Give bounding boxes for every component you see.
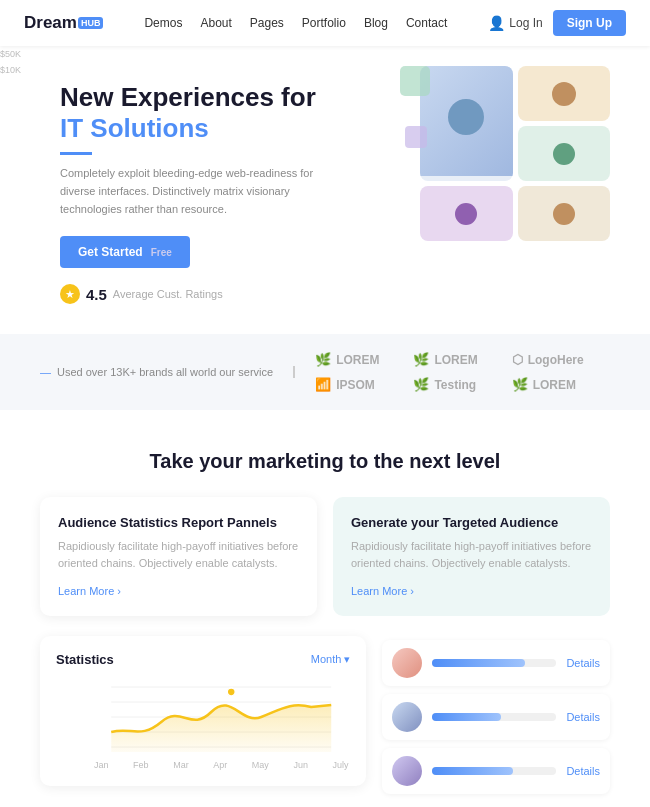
bar-fill-2 bbox=[432, 767, 513, 775]
navbar: DreamHUB Demos About Pages Portfolio Blo… bbox=[0, 0, 650, 46]
hero-description: Completely exploit bleeding-edge web-rea… bbox=[60, 165, 320, 218]
detail-link-0[interactable]: Details bbox=[566, 657, 600, 669]
brand-name-2: LogoHere bbox=[528, 353, 584, 367]
stats-header: Statistics Month ▾ bbox=[56, 652, 350, 667]
marketing-cards: Audience Statistics Report Pannels Rapid… bbox=[40, 497, 610, 616]
stats-period[interactable]: Month ▾ bbox=[311, 653, 351, 666]
chart-area: Jan Feb Mar Apr May Jun July bbox=[92, 677, 350, 770]
star-icon: ★ bbox=[60, 284, 80, 304]
card2-body: Rapidiously facilitate high-payoff initi… bbox=[351, 538, 592, 571]
bar-wrap-0 bbox=[432, 659, 556, 667]
card2-link-text: Learn More bbox=[351, 585, 407, 597]
get-started-label: Get Started bbox=[78, 245, 143, 259]
stats-period-label: Month bbox=[311, 653, 342, 665]
free-label: Free bbox=[151, 247, 172, 258]
marketing-card-2: Generate your Targeted Audience Rapidiou… bbox=[333, 497, 610, 616]
card2-link[interactable]: Learn More › bbox=[351, 585, 414, 597]
x-label-5: Jun bbox=[293, 760, 308, 770]
bar-bg-2 bbox=[432, 767, 556, 775]
chart-container: $200K $150K $75K $50K $10K bbox=[56, 677, 350, 770]
x-label-2: Mar bbox=[173, 760, 189, 770]
brand-testing: 🌿 Testing bbox=[413, 377, 511, 392]
audience-row-0: Details bbox=[382, 640, 610, 686]
nav-demos[interactable]: Demos bbox=[144, 16, 182, 30]
login-label: Log In bbox=[509, 16, 542, 30]
hero-section: New Experiences for IT Solutions Complet… bbox=[0, 46, 650, 334]
brand-strip: Used over 13K+ brands all world our serv… bbox=[0, 334, 650, 410]
chart-x-labels: Jan Feb Mar Apr May Jun July bbox=[92, 760, 350, 770]
x-label-0: Jan bbox=[94, 760, 109, 770]
card1-link[interactable]: Learn More › bbox=[58, 585, 121, 597]
svg-point-5 bbox=[227, 688, 235, 696]
card2-heading: Generate your Targeted Audience bbox=[351, 515, 592, 530]
x-label-1: Feb bbox=[133, 760, 149, 770]
brand-lorem-1: 🌿 LOREM bbox=[315, 352, 413, 367]
logo-hub: HUB bbox=[78, 17, 104, 29]
get-started-button[interactable]: Get Started Free bbox=[60, 236, 190, 268]
hero-img-3 bbox=[518, 126, 611, 181]
card1-link-text: Learn More bbox=[58, 585, 114, 597]
stats-title: Statistics bbox=[56, 652, 114, 667]
detail-link-2[interactable]: Details bbox=[566, 765, 600, 777]
stats-card: Statistics Month ▾ $200K $150K $75K $50K… bbox=[40, 636, 366, 786]
hero-title-line1: New Experiences for bbox=[60, 82, 316, 112]
audience-cards: Details Details Details bbox=[382, 636, 610, 794]
hero-title-line2: IT Solutions bbox=[60, 113, 209, 143]
hero-title: New Experiences for IT Solutions bbox=[60, 82, 370, 144]
card1-body: Rapidiously facilitate high-payoff initi… bbox=[58, 538, 299, 571]
hero-images bbox=[420, 66, 620, 256]
bar-wrap-1 bbox=[432, 713, 556, 721]
brand-ipsom: 📶 IPSOM bbox=[315, 377, 413, 392]
avatar-2 bbox=[392, 756, 422, 786]
nav-blog[interactable]: Blog bbox=[364, 16, 388, 30]
nav-actions: 👤 Log In Sign Up bbox=[488, 10, 626, 36]
login-button[interactable]: 👤 Log In bbox=[488, 15, 542, 31]
brand-lorem-3: 🌿 LOREM bbox=[512, 377, 610, 392]
marketing-section: Take your marketing to the next level Au… bbox=[0, 410, 650, 807]
nav-links: Demos About Pages Portfolio Blog Contact bbox=[144, 16, 447, 30]
nav-about[interactable]: About bbox=[200, 16, 231, 30]
nav-portfolio[interactable]: Portfolio bbox=[302, 16, 346, 30]
brand-name-4: Testing bbox=[434, 378, 476, 392]
rating-label: Average Cust. Ratings bbox=[113, 288, 223, 300]
brand-name-5: LOREM bbox=[533, 378, 576, 392]
audience-row-2: Details bbox=[382, 748, 610, 794]
stats-audience-row: Statistics Month ▾ $200K $150K $75K $50K… bbox=[40, 636, 610, 794]
marketing-card-1: Audience Statistics Report Pannels Rapid… bbox=[40, 497, 317, 616]
x-label-6: July bbox=[332, 760, 348, 770]
y-label-4: $10K bbox=[0, 65, 26, 75]
hero-accent-line bbox=[60, 152, 92, 155]
avatar-1 bbox=[392, 702, 422, 732]
brand-name-1: LOREM bbox=[434, 353, 477, 367]
brand-name-3: IPSOM bbox=[336, 378, 375, 392]
bar-wrap-2 bbox=[432, 767, 556, 775]
hero-text: New Experiences for IT Solutions Complet… bbox=[60, 82, 370, 304]
detail-link-1[interactable]: Details bbox=[566, 711, 600, 723]
signup-button[interactable]: Sign Up bbox=[553, 10, 626, 36]
bar-bg-0 bbox=[432, 659, 556, 667]
card1-heading: Audience Statistics Report Pannels bbox=[58, 515, 299, 530]
deco-block-1 bbox=[400, 66, 430, 96]
bar-bg-1 bbox=[432, 713, 556, 721]
hero-rating: ★ 4.5 Average Cust. Ratings bbox=[60, 284, 370, 304]
brand-logos: 🌿 LOREM 🌿 LOREM ⬡ LogoHere 📶 IPSOM 🌿 Tes… bbox=[315, 352, 610, 392]
brand-strip-label: Used over 13K+ brands all world our serv… bbox=[40, 366, 295, 378]
brand-logohere: ⬡ LogoHere bbox=[512, 352, 610, 367]
x-label-3: Apr bbox=[213, 760, 227, 770]
bar-fill-0 bbox=[432, 659, 525, 667]
rating-value: 4.5 bbox=[86, 286, 107, 303]
y-label-3: $50K bbox=[0, 49, 26, 59]
nav-contact[interactable]: Contact bbox=[406, 16, 447, 30]
bar-fill-1 bbox=[432, 713, 500, 721]
hero-img-2 bbox=[518, 66, 611, 121]
deco-block-2 bbox=[405, 126, 427, 148]
x-label-4: May bbox=[252, 760, 269, 770]
marketing-title: Take your marketing to the next level bbox=[40, 450, 610, 473]
brand-name-0: LOREM bbox=[336, 353, 379, 367]
audience-row-1: Details bbox=[382, 694, 610, 740]
hero-img-1 bbox=[420, 66, 513, 181]
hero-img-row3 bbox=[420, 186, 610, 241]
logo: DreamHUB bbox=[24, 13, 103, 33]
nav-pages[interactable]: Pages bbox=[250, 16, 284, 30]
chart-svg bbox=[92, 677, 350, 757]
